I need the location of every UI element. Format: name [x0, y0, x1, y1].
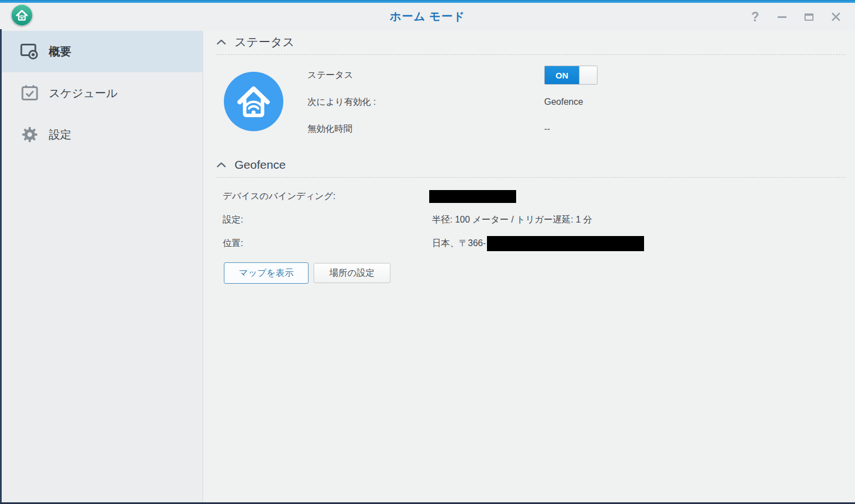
- toggle-on-label: ON: [545, 66, 579, 84]
- sidebar-item-label: 設定: [49, 127, 71, 142]
- sidebar-item-settings[interactable]: 設定: [0, 114, 203, 155]
- geofence-row-label: デバイスのバインディング:: [223, 191, 432, 202]
- window-title: ホーム モード: [0, 3, 855, 31]
- home-mode-status-icon: [224, 72, 283, 131]
- schedule-icon: [20, 84, 39, 102]
- status-section-body: ステータス ON 次により有効化 : Geofence 無効化時間 --: [217, 62, 846, 149]
- status-row-label: 次により有効化 :: [307, 96, 544, 108]
- maximize-button[interactable]: [804, 11, 814, 22]
- minimize-button[interactable]: [777, 11, 787, 22]
- close-icon: [831, 12, 840, 21]
- geofence-row-label: 位置:: [223, 238, 432, 249]
- status-row-deactivation-time: 無効化時間 --: [307, 115, 846, 142]
- status-rows: ステータス ON 次により有効化 : Geofence 無効化時間 --: [307, 62, 846, 142]
- sidebar: 概要 スケジュール: [0, 31, 203, 502]
- status-row-label: ステータス: [307, 70, 544, 81]
- status-toggle[interactable]: ON: [544, 66, 597, 85]
- geofence-row-label: 設定:: [223, 214, 432, 226]
- help-icon: ?: [751, 11, 759, 22]
- geofence-row-settings: 設定: 半径: 100 メーター / トリガー遅延: 1 分: [223, 208, 846, 232]
- status-row-status: ステータス ON: [307, 62, 846, 89]
- chevron-up-icon: [217, 162, 226, 168]
- redacted-location-value: [487, 236, 644, 251]
- chevron-up-icon: [217, 39, 226, 45]
- maximize-icon: [805, 13, 813, 21]
- status-row-activated-by: 次により有効化 : Geofence: [307, 89, 846, 115]
- titlebar[interactable]: ホーム モード ?: [0, 3, 855, 31]
- geofence-settings-value: 半径: 100 メーター / トリガー遅延: 1 分: [432, 214, 592, 226]
- status-row-label: 無効化時間: [307, 123, 544, 135]
- geofence-row-location: 位置: 日本、〒366-: [223, 232, 846, 255]
- geofence-buttons: マップを表示 場所の設定: [224, 262, 390, 284]
- geofence-section-title: Geofence: [235, 158, 286, 172]
- status-section-header[interactable]: ステータス: [217, 33, 295, 52]
- set-location-button[interactable]: 場所の設定: [314, 263, 390, 283]
- status-section-title: ステータス: [235, 34, 295, 50]
- home-mode-window: ホーム モード ? 概要: [0, 0, 855, 504]
- section-divider: [217, 54, 846, 55]
- geofence-section-header[interactable]: Geofence: [217, 155, 286, 174]
- geofence-section-body: デバイスのバインディング: 設定: 半径: 100 メーター / トリガー遅延:…: [223, 184, 846, 255]
- location-value-prefix: 日本、〒366-: [432, 238, 486, 249]
- help-button[interactable]: ?: [750, 11, 760, 22]
- show-map-button[interactable]: マップを表示: [224, 262, 309, 284]
- desktop-left-edge: [0, 29, 2, 504]
- settings-icon: [20, 126, 39, 144]
- deactivation-time-value: --: [544, 124, 550, 134]
- sidebar-item-label: 概要: [49, 44, 71, 59]
- section-divider: [217, 177, 846, 178]
- geofence-row-device-binding: デバイスのバインディング:: [223, 184, 846, 208]
- close-button[interactable]: [831, 11, 841, 22]
- overview-icon: [20, 43, 39, 61]
- activated-by-value: Geofence: [544, 97, 583, 107]
- toggle-handle: [579, 66, 597, 84]
- sidebar-item-label: スケジュール: [49, 86, 117, 101]
- sidebar-item-schedule[interactable]: スケジュール: [0, 72, 203, 114]
- minimize-icon: [778, 16, 787, 18]
- redacted-device-binding-value: [429, 190, 516, 203]
- main-content: ステータス ステータス ON: [203, 31, 855, 502]
- window-controls: ?: [750, 3, 841, 31]
- sidebar-item-overview[interactable]: 概要: [0, 31, 203, 72]
